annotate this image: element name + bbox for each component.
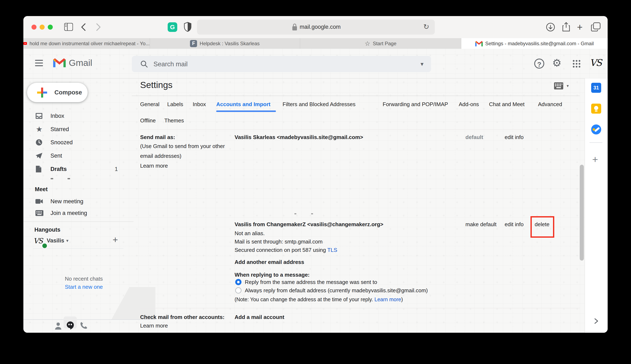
inbox-icon: [36, 113, 43, 119]
check-mail-learn-more-link[interactable]: Learn more: [140, 322, 168, 330]
shield-extension-icon[interactable]: [184, 22, 192, 32]
profile-initials: VS: [590, 57, 602, 68]
google-apps-icon[interactable]: [572, 60, 580, 68]
radio-reply-default-address-label[interactable]: Always reply from default address (curre…: [245, 286, 428, 294]
account1-edit-info-link[interactable]: edit info: [505, 133, 524, 141]
tab-chat-and-meet[interactable]: Chat and Meet: [489, 101, 525, 108]
tab-themes[interactable]: Themes: [164, 117, 184, 124]
grammarly-extension-icon[interactable]: G: [168, 22, 177, 32]
minimize-window-button[interactable]: [40, 24, 44, 30]
lock-icon: [292, 23, 297, 31]
input-tools-caret-icon[interactable]: ▼: [566, 84, 570, 88]
zoom-window-button[interactable]: [48, 24, 53, 30]
downloads-icon[interactable]: [546, 22, 555, 32]
sidebar-item-drafts[interactable]: Drafts 1: [23, 162, 128, 176]
browser-titlebar: G mail.google.com ↻ +: [23, 16, 608, 38]
tab-helpdesk[interactable]: F Helpdesk : Vasilis Skarleas: [150, 38, 300, 49]
tab-start-page[interactable]: ☆ Start Page: [300, 38, 462, 49]
sidebar-item-label: Inbox: [50, 113, 64, 119]
videocam-icon: [36, 199, 43, 204]
send-mail-as-learn-more-link[interactable]: Learn more: [140, 162, 168, 170]
compose-label: Compose: [54, 89, 82, 96]
clipped-nav-item: [51, 178, 53, 179]
tab-general[interactable]: General: [140, 101, 160, 108]
star-icon: ★: [36, 125, 43, 134]
forward-button[interactable]: [96, 23, 101, 31]
tab-labels[interactable]: Labels: [167, 101, 183, 108]
title-divider: [132, 96, 580, 96]
sidebar-item-sent[interactable]: Sent: [23, 149, 128, 162]
sidebar-item-join-meeting[interactable]: Join a meeting: [23, 206, 128, 220]
main-scrollbar-thumb[interactable]: [580, 165, 584, 260]
radio-reply-default-address[interactable]: [235, 287, 242, 294]
note-learn-more-link[interactable]: Learn more: [374, 296, 401, 302]
hangouts-divider: [33, 248, 124, 249]
contacts-icon[interactable]: [55, 322, 62, 330]
tab-label: Settings - madebyvasilis.site@gmail.com …: [485, 41, 594, 46]
collapse-panel-chevron-icon[interactable]: [594, 318, 599, 324]
account2-line1: Not an alias.: [234, 229, 265, 238]
input-tools-keyboard-icon[interactable]: [554, 82, 563, 90]
tab-label: hold me down instrumental oliver michael…: [30, 41, 150, 46]
tab-advanced[interactable]: Advanced: [538, 101, 562, 108]
tasks-icon[interactable]: [591, 124, 601, 134]
url-text: mail.google.com: [300, 24, 341, 30]
reload-icon[interactable]: ↻: [423, 22, 429, 31]
draft-icon: [36, 165, 43, 173]
radio-reply-same-address[interactable]: [235, 279, 242, 285]
search-input[interactable]: Search mail: [154, 60, 188, 68]
help-glyph: ?: [537, 61, 541, 68]
search-icon[interactable]: [140, 60, 148, 68]
tab-gmail-settings[interactable]: Settings - madebyvasilis.site@gmail.com …: [461, 38, 608, 49]
new-tab-icon[interactable]: +: [577, 22, 582, 33]
sidebar-item-snoozed[interactable]: Snoozed: [23, 136, 128, 149]
profile-avatar[interactable]: VS: [590, 57, 602, 68]
phone-icon[interactable]: [80, 322, 88, 329]
radio-reply-same-address-label[interactable]: Reply from the same address the message …: [245, 278, 377, 286]
tab-forwarding[interactable]: Forwarding and POP/IMAP: [383, 101, 448, 108]
calendar-icon[interactable]: 31: [591, 83, 601, 93]
sidebar-item-label: New meeting: [50, 198, 84, 205]
address-bar[interactable]: mail.google.com ↻: [197, 20, 435, 34]
tab-inbox[interactable]: Inbox: [193, 101, 206, 108]
sidebar-toggle-icon[interactable]: [64, 23, 73, 31]
tab-accounts-and-import[interactable]: Accounts and Import: [216, 101, 270, 108]
search-options-caret-icon[interactable]: ▼: [420, 61, 424, 67]
compose-button[interactable]: Compose: [27, 83, 88, 102]
account1-name: Vasilis Skarleas <madebyvasilis.site@gma…: [234, 133, 363, 141]
compose-plus-icon: [37, 88, 47, 98]
no-recent-chats-text: No recent chats: [57, 276, 111, 282]
sidebar-item-starred[interactable]: ★ Starred: [23, 122, 128, 136]
sidebar-item-inbox[interactable]: Inbox: [23, 109, 128, 122]
browser-tab-bar: hold me down instrumental oliver michael…: [23, 38, 608, 49]
keep-icon[interactable]: [591, 104, 601, 114]
header-divider: [23, 78, 608, 78]
tab-overview-icon[interactable]: [591, 22, 600, 32]
add-mail-account-link[interactable]: Add a mail account: [234, 313, 284, 321]
tab-youtube[interactable]: hold me down instrumental oliver michael…: [23, 38, 150, 49]
help-icon[interactable]: ?: [534, 58, 544, 68]
hangouts-user-name[interactable]: Vasilis: [47, 238, 64, 244]
account2-make-default-link[interactable]: make default: [466, 220, 496, 228]
page-title: Settings: [140, 80, 172, 90]
tls-link[interactable]: TLS: [328, 247, 338, 253]
sidebar-item-new-meeting[interactable]: New meeting: [23, 195, 128, 208]
add-another-email-link[interactable]: Add another email address: [234, 258, 304, 266]
share-icon[interactable]: [562, 22, 570, 32]
hangouts-user-caret-icon[interactable]: ▼: [66, 239, 69, 243]
settings-gear-icon[interactable]: ⚙: [552, 57, 562, 69]
when-replying-label: When replying to a message:: [234, 270, 310, 279]
back-button[interactable]: [81, 23, 86, 31]
hangouts-bubble-icon[interactable]: [66, 321, 74, 330]
tab-filters[interactable]: Filters and Blocked Addresses: [282, 101, 356, 108]
tab-add-ons[interactable]: Add-ons: [459, 101, 479, 108]
hangouts-section-header: Hangouts: [34, 226, 60, 233]
tab-offline[interactable]: Offline: [140, 117, 156, 124]
gmail-logo-icon: [53, 58, 66, 67]
close-window-button[interactable]: [32, 24, 36, 30]
account2-edit-info-link[interactable]: edit info: [505, 220, 524, 228]
main-menu-icon[interactable]: [35, 60, 43, 66]
new-hangout-plus-icon[interactable]: +: [112, 234, 118, 245]
get-add-ons-plus-icon[interactable]: +: [592, 154, 598, 165]
search-bar[interactable]: Search mail ▼: [132, 56, 431, 72]
